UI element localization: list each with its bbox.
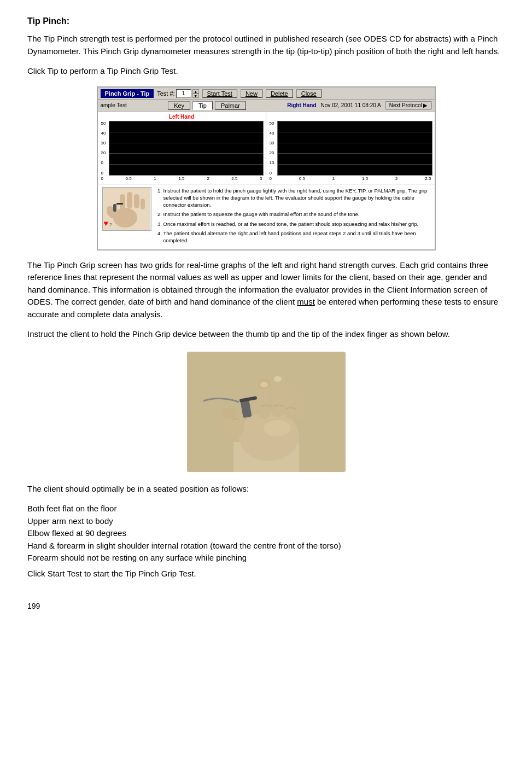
page-heading: Tip Pinch: bbox=[27, 16, 505, 26]
instruction-steps: Instruct the patient to hold the pinch g… bbox=[156, 187, 430, 244]
nav-right-area: Right Hand Nov 02, 2001 11 08:20 A Next … bbox=[287, 101, 431, 109]
spinner-down[interactable]: ▼ bbox=[192, 94, 199, 98]
left-chart-grid bbox=[109, 121, 264, 176]
patient-label: ample Test bbox=[101, 102, 127, 108]
hand-image: ♥ ? bbox=[102, 187, 151, 231]
screenshot-toolbar: Pinch Grip - Tip Test #: ▲ ▼ Start Test … bbox=[98, 88, 435, 100]
screenshot-title: Pinch Grip - Tip bbox=[101, 89, 154, 98]
hand-photo-container bbox=[187, 352, 346, 472]
right-chart: 0 10 20 30 40 50 0 0.5 1 1.5 bbox=[266, 112, 435, 184]
position-item-4: Hand & forearm in slight shoulder intern… bbox=[27, 541, 341, 550]
svg-rect-7 bbox=[113, 204, 116, 212]
test-label: Test #: bbox=[157, 90, 174, 97]
pinch-tabs: Key Tip Palmar bbox=[168, 101, 246, 110]
spinner-up[interactable]: ▲ bbox=[192, 89, 199, 94]
new-button[interactable]: New bbox=[241, 89, 262, 98]
right-chart-area: 0 10 20 30 40 50 bbox=[268, 121, 432, 176]
seated-position-text: The client should optimally be in a seat… bbox=[27, 483, 505, 496]
screen-description: The Tip Pinch Grip screen has two grids … bbox=[27, 259, 505, 321]
svg-point-14 bbox=[222, 407, 237, 418]
instructions-area: ♥ ? Instruct the patient to hold the pin… bbox=[98, 184, 435, 249]
svg-point-1 bbox=[113, 208, 137, 228]
svg-rect-18 bbox=[284, 382, 295, 419]
svg-point-24 bbox=[274, 376, 282, 382]
svg-rect-6 bbox=[141, 199, 145, 209]
instructions-list: Instruct the patient to hold the pinch g… bbox=[156, 187, 430, 247]
left-y-axis: 0 0 20 30 40 50 bbox=[100, 121, 109, 176]
left-chart-area: 0 0 20 30 40 50 bbox=[100, 121, 264, 176]
right-y-axis: 0 10 20 30 40 50 bbox=[268, 121, 277, 176]
instruct-below-text: Instruct the client to hold the Pinch Gr… bbox=[27, 328, 505, 341]
close-button[interactable]: Close bbox=[296, 89, 321, 98]
click-tip-instruction: Click Tip to perform a Tip Pinch Grip Te… bbox=[27, 65, 505, 78]
next-protocol-button[interactable]: Next Protocol ▶ bbox=[385, 101, 432, 109]
test-number-input[interactable] bbox=[176, 89, 191, 98]
position-item-2: Upper arm next to body bbox=[27, 516, 113, 526]
position-list-container: Both feet flat on the floor Upper arm ne… bbox=[27, 503, 505, 564]
start-test-button[interactable]: Start Test bbox=[202, 89, 237, 98]
key-tab[interactable]: Key bbox=[168, 101, 190, 110]
left-chart: Left Hand 0 0 20 30 40 50 0 bbox=[98, 112, 266, 184]
palmar-tab[interactable]: Palmar bbox=[215, 101, 246, 110]
right-x-axis: 0 0.5 1 1.5 2 2.5 bbox=[268, 176, 432, 182]
instruction-step-2: Instruct the patient to squeeze the gaug… bbox=[163, 211, 430, 218]
svg-rect-5 bbox=[134, 194, 139, 208]
svg-rect-19 bbox=[296, 390, 305, 420]
screenshot-nav-row: ample Test Key Tip Palmar Right Hand Nov… bbox=[98, 100, 435, 112]
position-item-3: Elbow flexed at 90 degrees bbox=[27, 528, 126, 538]
right-chart-grid bbox=[277, 121, 432, 176]
datetime-label: Nov 02, 2001 11 08:20 A bbox=[321, 102, 381, 108]
screenshot-container: Pinch Grip - Tip Test #: ▲ ▼ Start Test … bbox=[97, 86, 436, 250]
hand-photo-svg bbox=[187, 352, 346, 472]
left-hand-label: Left Hand bbox=[100, 114, 264, 120]
intro-paragraph: The Tip Pinch strength test is performed… bbox=[27, 33, 505, 57]
tip-tab[interactable]: Tip bbox=[192, 101, 213, 110]
instruction-step-1: Instruct the patient to hold the pinch g… bbox=[163, 187, 430, 209]
heart-icon: ♥ ? bbox=[104, 218, 112, 229]
charts-area: Left Hand 0 0 20 30 40 50 0 bbox=[98, 112, 435, 184]
right-hand-label-chart bbox=[268, 114, 432, 120]
svg-rect-4 bbox=[127, 192, 132, 208]
instruction-step-4: The patient should alternate the right a… bbox=[163, 230, 430, 244]
position-item-1: Both feet flat on the floor bbox=[27, 504, 116, 513]
click-start-text: Click Start Test to start the Tip Pinch … bbox=[27, 568, 505, 580]
instruction-step-3: Once maximal effort is reached, or at th… bbox=[163, 220, 430, 228]
test-number-spinner[interactable]: ▲ ▼ bbox=[192, 89, 199, 98]
svg-point-12 bbox=[239, 412, 299, 461]
page-number: 199 bbox=[27, 602, 505, 610]
right-hand-label: Right Hand bbox=[287, 102, 316, 108]
svg-rect-17 bbox=[272, 376, 284, 417]
delete-button[interactable]: Delete bbox=[266, 89, 293, 98]
test-number-area: Test #: ▲ ▼ bbox=[157, 89, 198, 98]
svg-point-23 bbox=[260, 382, 268, 387]
svg-point-22 bbox=[264, 420, 291, 436]
svg-rect-3 bbox=[120, 194, 125, 209]
position-item-5: Forearm should not be resting on any sur… bbox=[27, 553, 247, 562]
left-x-axis: 0 0.5 1 1.5 2 2.5 3 bbox=[100, 176, 264, 182]
svg-rect-8 bbox=[116, 203, 123, 205]
